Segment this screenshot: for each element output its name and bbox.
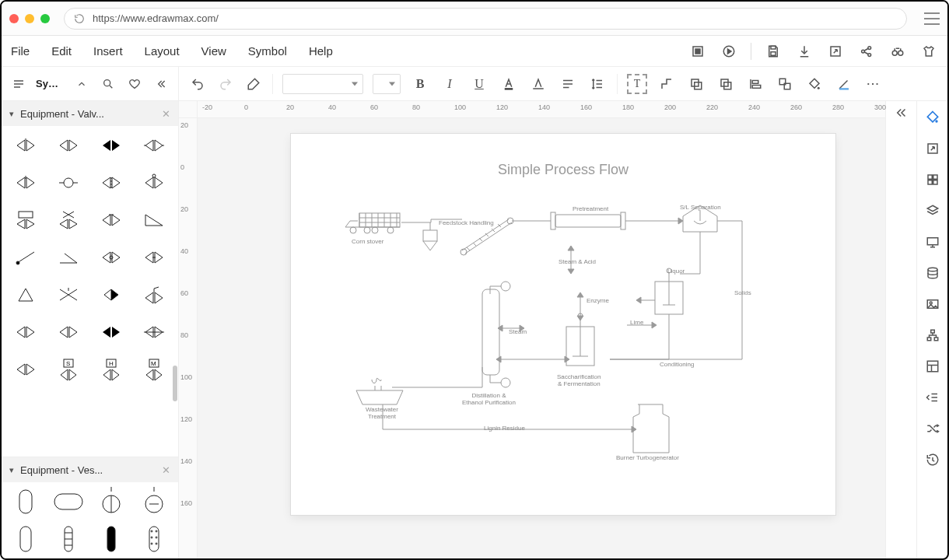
menu-help[interactable]: Help (309, 44, 333, 58)
font-family-select[interactable] (282, 74, 363, 94)
valve-shape-25[interactable]: S (52, 358, 85, 381)
undo-icon[interactable] (188, 75, 207, 93)
close-window-icon[interactable] (9, 14, 19, 23)
valve-shape-23[interactable] (138, 320, 170, 344)
vessel-shape-4[interactable] (9, 527, 42, 551)
library-icon[interactable] (9, 75, 28, 93)
valve-shape-15[interactable] (138, 246, 170, 269)
indent-icon[interactable] (924, 389, 941, 406)
menu-symbol[interactable]: Symbol (248, 44, 287, 58)
right-panel-toggle[interactable] (885, 101, 916, 558)
valve-shape-3[interactable] (138, 134, 170, 157)
minimize-window-icon[interactable] (25, 14, 34, 23)
theme-icon[interactable] (924, 109, 941, 126)
valve-shape-12[interactable] (9, 246, 42, 269)
shape-behind-icon[interactable] (686, 74, 706, 94)
valve-shape-26[interactable]: H (95, 358, 128, 381)
text-highlight-icon[interactable] (528, 74, 548, 94)
url-bar[interactable]: https://www.edrawmax.com/ (64, 8, 907, 30)
presentation-icon[interactable] (924, 233, 941, 250)
valve-shape-27[interactable]: M (138, 358, 170, 381)
valve-shape-8[interactable] (9, 208, 42, 232)
valve-shape-19[interactable] (138, 283, 170, 306)
maximize-window-icon[interactable] (40, 14, 50, 23)
vessel-shape-0[interactable] (9, 490, 42, 513)
panel-vessels-body[interactable] (2, 482, 178, 558)
text-tool-icon[interactable]: T (627, 74, 647, 94)
layout-icon[interactable] (924, 358, 941, 375)
valve-shape-14[interactable] (95, 246, 128, 269)
tshirt-icon[interactable] (919, 42, 938, 61)
align-objects-icon[interactable] (745, 74, 765, 94)
valve-shape-10[interactable] (95, 208, 128, 232)
share-icon[interactable] (857, 42, 876, 61)
panel-valves-header[interactable]: ▾ Equipment - Valv... ✕ (2, 101, 178, 126)
valve-shape-24[interactable] (9, 358, 42, 381)
vessel-shape-2[interactable] (95, 490, 128, 513)
valve-shape-1[interactable] (52, 134, 85, 157)
history-icon[interactable] (924, 451, 941, 468)
vessel-shape-7[interactable] (138, 527, 170, 551)
vessel-shape-5[interactable] (52, 527, 85, 551)
hamburger-menu-icon[interactable] (924, 12, 940, 25)
canvas[interactable]: Simple Process Flow (198, 118, 885, 558)
valve-shape-11[interactable] (138, 208, 170, 232)
menu-layout[interactable]: Layout (145, 44, 180, 58)
line-spacing-icon[interactable] (587, 74, 608, 94)
fill-icon[interactable] (804, 74, 825, 94)
menu-edit[interactable]: Edit (51, 44, 72, 58)
shuffle-icon[interactable] (924, 420, 941, 437)
panel-valves-body[interactable]: SHM (2, 126, 178, 457)
vessel-shape-6[interactable] (95, 527, 128, 551)
data-icon[interactable] (924, 264, 941, 282)
valve-shape-0[interactable] (9, 134, 42, 157)
org-icon[interactable] (924, 327, 941, 344)
vessel-shape-3[interactable] (138, 490, 170, 513)
menu-file[interactable]: File (11, 44, 30, 58)
select-screen-icon[interactable] (688, 42, 707, 61)
valve-shape-7[interactable] (138, 171, 170, 194)
vessel-shape-1[interactable] (52, 490, 85, 513)
italic-icon[interactable]: I (439, 74, 460, 94)
valve-shape-16[interactable] (9, 283, 42, 306)
font-size-select[interactable] (373, 74, 401, 94)
chevron-up-icon[interactable] (72, 75, 91, 93)
image-icon[interactable] (924, 296, 941, 313)
valve-shape-17[interactable] (52, 283, 85, 306)
font-color-icon[interactable] (499, 74, 519, 94)
underline-icon[interactable]: U (469, 74, 489, 94)
line-color-icon[interactable] (834, 74, 854, 94)
search-icon[interactable] (99, 75, 117, 93)
grid-icon[interactable] (924, 171, 941, 188)
redo-icon[interactable] (216, 75, 235, 93)
sidebar-scrollbar[interactable] (173, 366, 177, 401)
close-icon[interactable]: ✕ (162, 108, 170, 120)
bold-icon[interactable]: B (410, 74, 430, 94)
valve-shape-13[interactable] (52, 246, 85, 269)
valve-shape-5[interactable] (52, 171, 85, 194)
connector-icon[interactable] (657, 74, 677, 94)
export-icon[interactable] (826, 42, 845, 61)
export-panel-icon[interactable] (924, 140, 941, 157)
panel-vessels-header[interactable]: ▾ Equipment - Ves... ✕ (2, 457, 178, 482)
menu-view[interactable]: View (201, 44, 226, 58)
valve-shape-4[interactable] (9, 171, 42, 194)
menu-insert[interactable]: Insert (93, 44, 123, 58)
valve-shape-20[interactable] (9, 320, 42, 344)
binoculars-icon[interactable] (888, 42, 907, 61)
download-icon[interactable] (795, 42, 814, 61)
heart-icon[interactable] (125, 75, 144, 93)
valve-shape-6[interactable] (95, 171, 128, 194)
valve-shape-21[interactable] (52, 320, 85, 344)
valve-shape-22[interactable] (95, 320, 128, 344)
valve-shape-2[interactable] (95, 134, 128, 157)
close-icon[interactable]: ✕ (162, 464, 170, 476)
group-icon[interactable] (775, 74, 795, 94)
collapse-icon[interactable] (152, 75, 170, 93)
save-icon[interactable] (764, 42, 783, 61)
align-icon[interactable] (558, 74, 578, 94)
more-icon[interactable]: ··· (863, 74, 884, 94)
valve-shape-9[interactable] (52, 208, 85, 232)
valve-shape-18[interactable] (95, 283, 128, 306)
play-icon[interactable] (720, 42, 738, 61)
